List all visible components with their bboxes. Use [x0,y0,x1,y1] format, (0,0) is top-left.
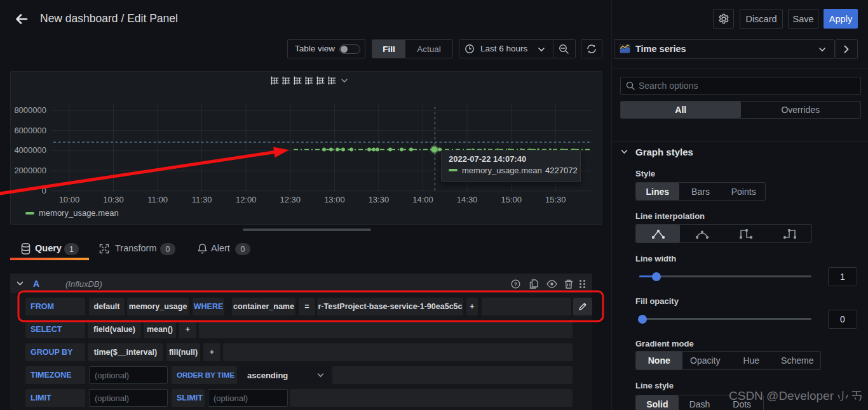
svg-text:11:00: 11:00 [147,195,168,204]
svg-text:15:30: 15:30 [545,195,566,204]
svg-text:4000000: 4000000 [14,145,46,155]
svg-text:6000000: 6000000 [14,126,46,135]
svg-text:15:00: 15:00 [501,195,522,204]
svg-text:2000000: 2000000 [14,166,46,175]
svg-text:13:30: 13:30 [369,195,390,204]
svg-text:?: ? [514,281,518,288]
svg-text:14:30: 14:30 [457,195,478,204]
svg-text:0: 0 [42,186,46,195]
svg-text:11:30: 11:30 [192,195,212,204]
svg-text:8000000: 8000000 [14,105,46,115]
svg-text:10:30: 10:30 [103,195,124,204]
svg-text:14:00: 14:00 [412,195,433,204]
svg-text:13:00: 13:00 [324,195,345,204]
svg-text:12:30: 12:30 [280,195,301,204]
svg-text:10:00: 10:00 [59,195,80,204]
svg-text:12:00: 12:00 [236,195,257,204]
